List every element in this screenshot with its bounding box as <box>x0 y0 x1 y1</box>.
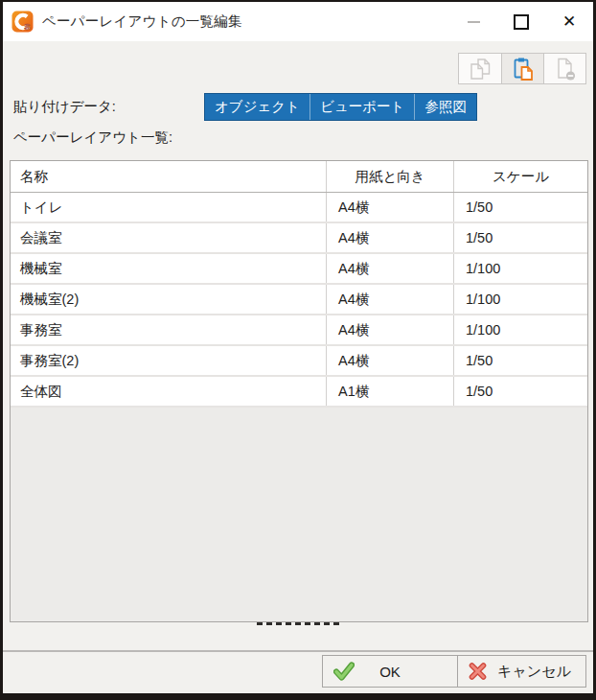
cross-icon <box>469 663 487 681</box>
check-icon <box>333 662 355 681</box>
resize-grip[interactable] <box>257 622 339 625</box>
cell-scale: 1/50 <box>454 377 587 406</box>
clipboard-toolbar <box>458 53 586 84</box>
cell-name: 機械室 <box>11 254 327 283</box>
ok-label: OK <box>379 664 401 680</box>
cell-scale: 1/50 <box>454 223 587 252</box>
table-row[interactable]: 機械室 A4横 1/100 <box>11 254 587 285</box>
option-reference-drawing[interactable]: 参照図 <box>414 94 476 120</box>
cancel-button[interactable]: キャンセル <box>457 656 585 687</box>
column-header-name[interactable]: 名称 <box>11 161 327 192</box>
minimize-button[interactable] <box>449 2 497 41</box>
cell-name: 機械室(2) <box>11 285 327 314</box>
page-minus-icon <box>552 56 579 82</box>
layout-table[interactable]: 名称 用紙と向き スケール トイレ A4横 1/50 会議室 A4横 1/50 … <box>10 160 588 622</box>
cell-name: 事務室(2) <box>11 346 327 375</box>
cell-paper: A1横 <box>327 377 454 406</box>
layout-list-label: ペーパーレイアウト一覧: <box>13 128 172 147</box>
table-row[interactable]: 事務室 A4横 1/100 <box>11 315 587 346</box>
cell-scale: 1/50 <box>454 193 587 222</box>
copy-button[interactable] <box>459 54 501 83</box>
option-viewport[interactable]: ビューポート <box>309 94 414 120</box>
title-bar: S ペーパーレイアウトの一覧編集 ✕ <box>3 2 593 41</box>
paste-clipboard-icon <box>510 56 537 82</box>
cell-paper: A4横 <box>327 285 454 314</box>
app-logo-icon: S <box>11 11 34 33</box>
cell-name: トイレ <box>11 193 327 222</box>
svg-text:S: S <box>24 21 30 32</box>
table-row[interactable]: 事務室(2) A4横 1/50 <box>11 346 587 377</box>
maximize-button[interactable] <box>497 2 545 41</box>
close-button[interactable]: ✕ <box>545 2 593 41</box>
minimize-icon <box>468 21 480 23</box>
column-header-scale[interactable]: スケール <box>454 161 587 192</box>
paste-data-label: 貼り付けデータ: <box>13 98 116 116</box>
cell-paper: A4横 <box>327 315 454 344</box>
footer-divider <box>3 650 593 652</box>
table-header-row: 名称 用紙と向き スケール <box>11 161 587 193</box>
cell-name: 事務室 <box>11 315 327 344</box>
table-row[interactable]: 機械室(2) A4横 1/100 <box>11 285 587 315</box>
table-row[interactable]: 全体図 A1横 1/50 <box>11 377 587 408</box>
cell-paper: A4横 <box>327 254 454 283</box>
cell-scale: 1/100 <box>454 315 587 344</box>
footer-buttons: OK キャンセル <box>322 655 586 688</box>
paste-data-options: オブジェクト ビューポート 参照図 <box>204 93 477 121</box>
table-row[interactable]: トイレ A4横 1/50 <box>11 193 587 223</box>
remove-page-button[interactable] <box>543 54 585 83</box>
cell-scale: 1/100 <box>454 254 587 283</box>
paste-button[interactable] <box>501 54 543 83</box>
ok-button[interactable]: OK <box>323 656 457 687</box>
option-object[interactable]: オブジェクト <box>205 94 309 120</box>
cell-name: 会議室 <box>11 223 327 252</box>
paper-layout-edit-dialog: S ペーパーレイアウトの一覧編集 ✕ <box>0 0 596 700</box>
cancel-label: キャンセル <box>497 663 571 681</box>
cell-scale: 1/50 <box>454 346 587 375</box>
cell-scale: 1/100 <box>454 285 587 314</box>
table-row[interactable]: 会議室 A4横 1/50 <box>11 223 587 254</box>
copy-pages-icon <box>467 57 493 82</box>
dialog-title: ペーパーレイアウトの一覧編集 <box>42 12 242 31</box>
window-controls: ✕ <box>449 2 593 41</box>
cell-paper: A4横 <box>327 193 454 222</box>
cell-name: 全体図 <box>11 377 327 406</box>
cell-paper: A4横 <box>327 223 454 252</box>
maximize-icon <box>514 14 529 30</box>
close-icon: ✕ <box>562 13 576 30</box>
column-header-paper[interactable]: 用紙と向き <box>327 161 454 192</box>
cell-paper: A4横 <box>327 346 454 375</box>
